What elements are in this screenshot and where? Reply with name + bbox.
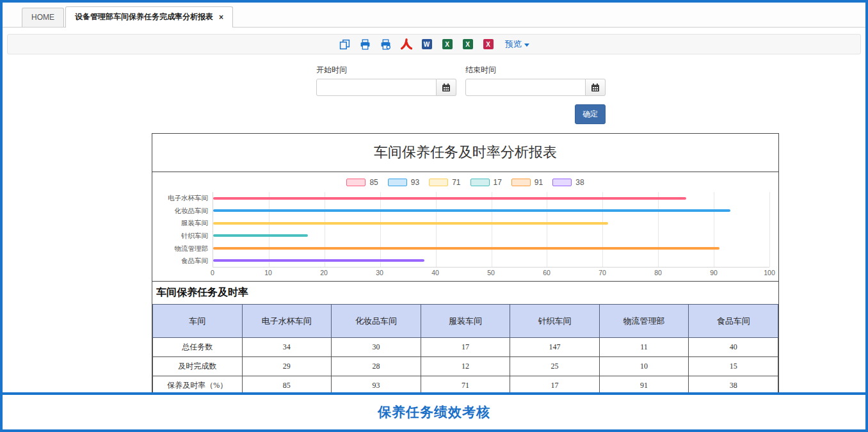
chart-bar bbox=[213, 209, 730, 212]
print-icon[interactable] bbox=[359, 38, 371, 51]
report-export-icon-letter: X bbox=[483, 39, 494, 49]
end-time-input-group bbox=[465, 79, 606, 96]
chart-tick-label: 90 bbox=[710, 269, 718, 276]
chart-tick-label: 30 bbox=[376, 269, 383, 276]
legend-label: 38 bbox=[575, 178, 584, 187]
preview-link[interactable]: 预览 bbox=[505, 38, 529, 50]
chart-legend-item[interactable]: 38 bbox=[552, 178, 584, 187]
report-table-header-cell: 食品车间 bbox=[689, 305, 778, 338]
chart-body: 电子水杯车间化妆品车间服装车间针织车间物流管理部食品车间 bbox=[161, 192, 769, 268]
start-time-calendar-button[interactable] bbox=[437, 79, 456, 96]
report-table-cell: 25 bbox=[510, 357, 600, 376]
footer-title: 保养任务绩效考核 bbox=[378, 403, 490, 421]
chart-bar bbox=[213, 234, 308, 237]
chart-tick-label: 80 bbox=[654, 269, 662, 276]
chevron-down-icon bbox=[524, 44, 529, 47]
pdf-export-icon[interactable] bbox=[400, 38, 412, 51]
chart-tick-label: 40 bbox=[431, 269, 439, 276]
excel-icon-letter: X bbox=[442, 39, 453, 49]
report-table-cell: 30 bbox=[332, 338, 421, 357]
date-fields-row: 开始时间 结束时间 bbox=[316, 65, 606, 96]
chart-tick-label: 60 bbox=[543, 269, 551, 276]
report-table-cell: 29 bbox=[242, 357, 332, 376]
report-table-cell: 11 bbox=[599, 338, 689, 357]
chart-bar bbox=[213, 222, 608, 225]
report-table-row: 及时完成数292812251015 bbox=[153, 357, 778, 376]
chart-gridline bbox=[269, 192, 269, 267]
print-preview-icon[interactable] bbox=[380, 38, 392, 51]
report-table-title: 车间保养任务及时率 bbox=[152, 281, 778, 304]
tab-report[interactable]: 设备管理部车间保养任务完成率分析报表 × bbox=[65, 6, 233, 28]
tab-home[interactable]: HOME bbox=[22, 8, 64, 27]
legend-label: 91 bbox=[534, 178, 543, 187]
report-table-row-label: 总任务数 bbox=[153, 338, 243, 357]
query-form: 开始时间 结束时间 确定 bbox=[316, 65, 606, 124]
chart: 859371179138 电子水杯车间化妆品车间服装车间针织车间物流管理部食品车… bbox=[152, 172, 778, 281]
tab-bar: HOME 设备管理部车间保养任务完成率分析报表 × bbox=[3, 3, 865, 28]
legend-swatch bbox=[470, 179, 490, 186]
chart-legend-item[interactable]: 17 bbox=[470, 178, 502, 187]
report-table-cell: 147 bbox=[510, 338, 600, 357]
confirm-button[interactable]: 确定 bbox=[575, 104, 606, 124]
word-icon-letter: W bbox=[422, 39, 432, 49]
legend-swatch bbox=[346, 179, 366, 186]
excel-export-icon-2[interactable]: X bbox=[462, 38, 474, 51]
chart-tick-label: 0 bbox=[211, 269, 214, 276]
chart-gridline bbox=[325, 192, 325, 267]
chart-gridline bbox=[436, 192, 437, 267]
chart-category-label: 物流管理部 bbox=[175, 244, 209, 253]
chart-gridline bbox=[714, 192, 714, 267]
tab-close-icon[interactable]: × bbox=[219, 13, 223, 21]
legend-swatch bbox=[511, 179, 531, 186]
chart-legend-item[interactable]: 93 bbox=[388, 178, 419, 187]
report-table-header-cell: 化妆品车间 bbox=[332, 305, 421, 338]
chart-gridline bbox=[492, 192, 492, 267]
start-time-input[interactable] bbox=[316, 79, 437, 96]
report-table-cell: 28 bbox=[332, 357, 421, 376]
legend-label: 71 bbox=[452, 178, 460, 187]
start-time-input-group bbox=[316, 79, 456, 96]
chart-bar bbox=[213, 259, 424, 262]
chart-gridline bbox=[658, 192, 659, 267]
report-table-cell: 34 bbox=[242, 338, 332, 357]
report-table-cell: 12 bbox=[421, 357, 510, 376]
report-table-header-cell: 车间 bbox=[153, 305, 243, 338]
calendar-icon bbox=[442, 83, 451, 92]
legend-label: 17 bbox=[494, 178, 502, 187]
chart-category-label: 服装车间 bbox=[181, 219, 208, 228]
chart-category-label: 电子水杯车间 bbox=[168, 194, 208, 203]
end-time-label: 结束时间 bbox=[465, 65, 606, 76]
end-time-calendar-button[interactable] bbox=[586, 79, 606, 96]
report-table-cell: 10 bbox=[599, 357, 689, 376]
toolbar: W X X X 预览 bbox=[7, 34, 861, 54]
chart-tick-label: 50 bbox=[487, 269, 495, 276]
chart-gridline bbox=[547, 192, 547, 267]
chart-category-label: 化妆品车间 bbox=[175, 207, 209, 216]
chart-axis-ticks: 0102030405060708090100 bbox=[213, 269, 769, 280]
word-export-icon[interactable]: W bbox=[421, 38, 433, 51]
chart-legend-item[interactable]: 91 bbox=[511, 178, 543, 187]
legend-swatch bbox=[552, 179, 572, 186]
report-table-cell: 17 bbox=[421, 338, 510, 357]
report-table-row: 总任务数3430171471140 bbox=[153, 338, 778, 357]
chart-bar bbox=[213, 247, 719, 250]
submit-row: 确定 bbox=[316, 104, 606, 124]
chart-bar bbox=[213, 197, 686, 200]
copy-icon[interactable] bbox=[339, 38, 351, 51]
legend-swatch bbox=[388, 179, 407, 186]
chart-legend-item[interactable]: 71 bbox=[429, 178, 460, 187]
chart-legend-item[interactable]: 85 bbox=[346, 178, 378, 187]
start-time-group: 开始时间 bbox=[316, 65, 456, 96]
end-time-input[interactable] bbox=[465, 79, 586, 96]
chart-category-labels: 电子水杯车间化妆品车间服装车间针织车间物流管理部食品车间 bbox=[161, 192, 213, 268]
report-table-cell: 40 bbox=[689, 338, 778, 357]
chart-tick-label: 70 bbox=[599, 269, 606, 276]
excel-export-icon[interactable]: X bbox=[441, 38, 453, 51]
legend-label: 93 bbox=[411, 178, 419, 187]
report-panel: 车间保养任务及时率分析报表 859371179138 电子水杯车间化妆品车间服装… bbox=[152, 133, 779, 396]
report-export-icon[interactable]: X bbox=[482, 38, 494, 51]
report-table-header-cell: 电子水杯车间 bbox=[242, 305, 332, 338]
report-table-row-label: 及时完成数 bbox=[153, 357, 243, 376]
report-table-header-cell: 物流管理部 bbox=[599, 305, 689, 338]
preview-link-label: 预览 bbox=[505, 38, 522, 50]
